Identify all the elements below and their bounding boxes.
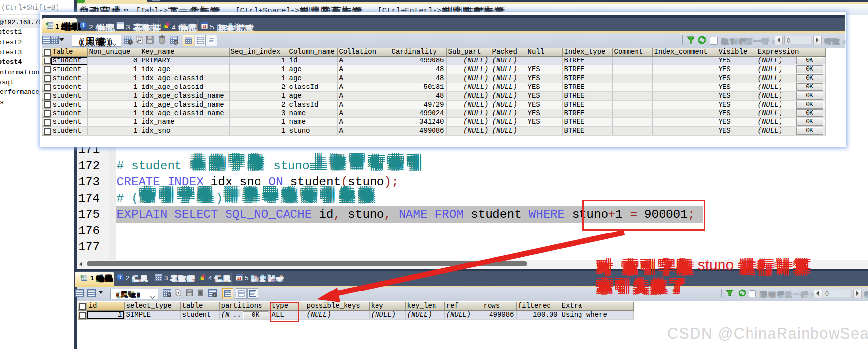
svg-text:18: 18 <box>203 24 207 29</box>
svg-text:18: 18 <box>237 276 241 281</box>
